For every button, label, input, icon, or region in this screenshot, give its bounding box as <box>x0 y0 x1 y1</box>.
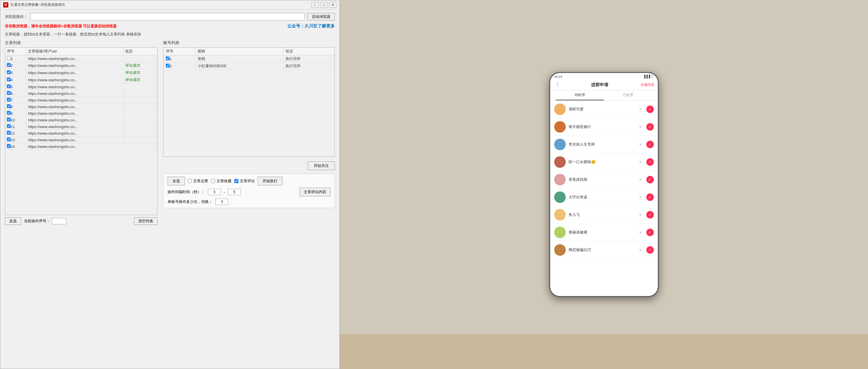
browser-path-input[interactable] <box>30 13 305 21</box>
article-comment-checkbox[interactable] <box>234 179 238 183</box>
article-row-checkbox[interactable] <box>7 124 11 128</box>
article-row-status <box>123 130 157 137</box>
phone-item-approve-button[interactable]: ✓ <box>646 229 654 236</box>
current-op-input[interactable] <box>52 218 66 224</box>
article-row-checkbox[interactable] <box>7 91 11 95</box>
control-row-1: 全选 文章点赞 文章收藏 文章评论 开始执行 <box>167 177 331 186</box>
title-bar-left: M 红薯文章点赞收藏--浏览器连接成功 <box>3 2 65 7</box>
phone-item-close-icon[interactable]: × <box>639 124 642 129</box>
phone-tab-processed[interactable]: 已处理 <box>604 90 652 100</box>
phone-item-name: 鱼儿飞 <box>568 212 637 217</box>
select-all-button[interactable]: 全选 <box>167 177 185 186</box>
article-row-checkbox[interactable] <box>7 56 11 60</box>
article-table-row: 3https://www.xiaohongshu.co...评论成功 <box>5 69 157 76</box>
phone-item-close-icon[interactable]: × <box>639 248 642 252</box>
maximize-button[interactable]: □ <box>320 2 328 8</box>
article-row-id: 8 <box>5 104 26 110</box>
article-table-row: 2https://www.xiaohongshu.co...评论成功 <box>5 62 157 69</box>
app-content: 浏览器路径： 启动浏览器 非谷歌浏览器，请补全浏览器路径>谷歌浏览器 可以直接启… <box>0 9 339 369</box>
phone-item-close-icon[interactable]: × <box>639 107 642 112</box>
account-row-checkbox[interactable] <box>166 64 169 67</box>
article-row-checkbox[interactable] <box>7 138 11 141</box>
article-row-id: 9 <box>5 110 26 117</box>
phone-list-item: 鱼儿飞×✓ <box>550 206 658 224</box>
account-row-checkbox[interactable] <box>166 57 169 60</box>
article-row-checkbox[interactable] <box>7 118 11 121</box>
article-row-checkbox[interactable] <box>7 78 11 81</box>
phone-signal: ▐▐▐ ☐ <box>643 75 653 78</box>
article-row-id: 11 <box>5 123 26 130</box>
article-collect-checkbox[interactable] <box>211 179 215 183</box>
control-row-3: 单账号操作多少次，切换： <box>167 199 331 205</box>
phone-item-close-icon[interactable]: × <box>639 212 642 217</box>
article-row-url: https://www.xiaohongshu.co... <box>26 117 123 123</box>
reverse-select-button[interactable]: 反选 <box>5 217 21 225</box>
phone-item-approve-button[interactable]: ✓ <box>646 123 654 131</box>
article-col-status: 状态 <box>123 48 157 55</box>
article-bottom: 反选 当前操作序号： 清空列表 <box>5 217 157 225</box>
article-row-checkbox[interactable] <box>7 63 11 67</box>
article-row-status <box>123 123 157 130</box>
interval-min-input[interactable] <box>208 189 221 195</box>
article-row-status: 评论成功 <box>123 69 157 76</box>
article-row-id: 10 <box>5 117 26 123</box>
phone-avatar <box>554 104 566 115</box>
phone-item-close-icon[interactable]: × <box>639 160 642 164</box>
phone-back-icon[interactable]: 〈 <box>554 81 559 88</box>
start-browser-button[interactable]: 启动浏览器 <box>307 13 335 21</box>
phone-tab-pending[interactable]: 待处理 <box>556 90 604 100</box>
phone-item-approve-button[interactable]: ✓ <box>646 158 654 166</box>
article-row-id: 4 <box>5 76 26 84</box>
phone-item-approve-button[interactable]: ✓ <box>646 106 654 113</box>
phone-item-close-icon[interactable]: × <box>639 195 642 199</box>
article-row-checkbox[interactable] <box>7 111 11 115</box>
switch-value-input[interactable] <box>215 199 228 205</box>
account-table-row: 1依然执行完毕 <box>163 55 335 62</box>
phone-tabs: 待处理 已处理 <box>550 90 658 101</box>
instruction-text: 文章链接，放到txt文本里面，一行一条链接，然后把txt文本拖入文章列表 表格添… <box>5 32 335 37</box>
interval-max-input[interactable] <box>228 189 241 195</box>
article-row-checkbox[interactable] <box>7 144 11 148</box>
start-follow-button[interactable]: 开始关注 <box>308 162 335 170</box>
article-row-url: https://www.xiaohongshu.co... <box>26 84 123 90</box>
phone-item-approve-button[interactable]: ✓ <box>646 246 654 254</box>
article-row-id: 2 <box>5 62 26 69</box>
current-op-label: 当前操作序号： <box>24 219 50 224</box>
article-col-url: 文章链接/用户uid <box>26 48 123 55</box>
close-button[interactable]: ✕ <box>329 2 337 8</box>
article-table-row: 1https://www.xiaohongshu.co... <box>5 55 157 62</box>
phone-avatar <box>554 244 566 256</box>
article-table-row: 7https://www.xiaohongshu.co... <box>5 97 157 104</box>
article-row-url: https://www.xiaohongshu.co... <box>26 62 123 69</box>
phone-avatar <box>554 121 566 133</box>
article-like-label: 文章点赞 <box>193 178 208 183</box>
article-like-checkbox[interactable] <box>188 179 192 183</box>
phone-item-close-icon[interactable]: × <box>639 230 642 235</box>
phone-agree-all-button[interactable]: 全都同意 <box>641 82 654 87</box>
article-row-status <box>123 117 157 123</box>
phone-item-approve-button[interactable]: ✓ <box>646 211 654 219</box>
minimize-button[interactable]: ─ <box>311 2 319 8</box>
article-row-url: https://www.xiaohongshu.co... <box>26 76 123 84</box>
article-row-checkbox[interactable] <box>7 84 11 88</box>
phone-item-approve-button[interactable]: ✓ <box>646 141 654 148</box>
article-comment-group: 文章评论 <box>234 178 255 183</box>
phone-item-approve-button[interactable]: ✓ <box>646 193 654 201</box>
article-row-checkbox[interactable] <box>7 104 11 108</box>
article-row-checkbox[interactable] <box>7 131 11 135</box>
phone-avatar <box>554 174 566 186</box>
article-row-checkbox[interactable] <box>7 98 11 102</box>
article-row-checkbox[interactable] <box>7 70 11 74</box>
phone-item-name: 变美就找我 <box>568 177 637 182</box>
article-row-url: https://www.xiaohongshu.co... <box>26 97 123 104</box>
clear-list-button[interactable]: 清空列表 <box>134 217 157 225</box>
phone-item-close-icon[interactable]: × <box>639 177 642 182</box>
phone-item-approve-button[interactable]: ✓ <box>646 176 654 183</box>
account-row-status: 执行完毕 <box>283 55 335 62</box>
article-table-row: 12https://www.xiaohongshu.co... <box>5 130 157 137</box>
account-row-id: 1 <box>163 55 195 62</box>
comment-content-button[interactable]: 文章评论内容 <box>300 188 331 196</box>
phone-item-close-icon[interactable]: × <box>639 142 642 147</box>
phone-nav: 〈 进群申请 全都同意 <box>550 80 658 90</box>
start-execute-button[interactable]: 开始执行 <box>258 177 282 186</box>
